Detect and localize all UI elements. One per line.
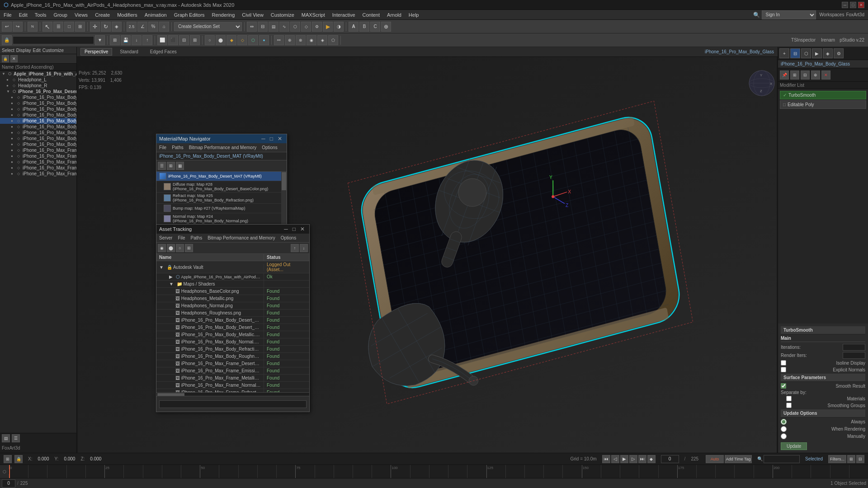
r11[interactable]: ◈ (317, 35, 327, 45)
asset-row-tex8[interactable]: 🖼 iPhone_16_Pro_Max_Body_Normal.png Foun… (156, 338, 309, 346)
asset-row-tex13[interactable]: 🖼 iPhone_16_Pro_Max_Frame_Metallic.png F… (156, 375, 309, 382)
menu-maxscript[interactable]: MAXScript (298, 10, 329, 19)
status-icon2[interactable]: 🔒 (14, 455, 23, 463)
scene-item-frame-scr[interactable]: ● ◇ iPhone_16_Pro_Max_Frame_Scr (0, 171, 76, 177)
tab-perspective[interactable]: Perspective (80, 48, 112, 56)
title-bar-right[interactable]: ─ □ ✕ (842, 2, 864, 8)
r5[interactable]: ⬡ (248, 35, 258, 45)
asset-row-tex12[interactable]: 🖼 iPhone_16_Pro_Max_Frame_Emissive.png F… (156, 367, 309, 375)
frame-counter-input[interactable] (2, 479, 15, 488)
snap-3d-button[interactable]: 2.5 (127, 22, 137, 32)
new-button[interactable]: N (28, 22, 38, 32)
update-button[interactable]: Update (781, 442, 807, 450)
r6[interactable]: ● (259, 35, 269, 45)
menu-edit[interactable]: Edit (15, 10, 31, 19)
asset-row-tex15[interactable]: 🖼 iPhone_16_Pro_Max_Frame_Refraction.png… (156, 389, 309, 392)
scene-item-body-camera[interactable]: ● ◇ iPhone_16_Pro_Max_Body_Came (0, 94, 76, 100)
modifier-editpoly[interactable]: □ Editable Poly (780, 100, 866, 109)
menu-tools[interactable]: Tools (31, 10, 50, 19)
r1[interactable]: ○ (205, 35, 215, 45)
menu-file[interactable]: File (0, 10, 15, 19)
r8[interactable]: ⊕ (285, 35, 295, 45)
maximize-button[interactable]: □ (850, 2, 856, 8)
menu-content[interactable]: Content (359, 10, 384, 19)
r12[interactable]: ⬠ (328, 35, 338, 45)
lock-icon[interactable]: 🔒 (2, 35, 12, 45)
scene-lock-button[interactable]: 🔒 (2, 55, 9, 62)
asset-tb3[interactable]: ○ (176, 244, 184, 252)
rp-tb3[interactable]: ⊕ (811, 70, 820, 80)
r4[interactable]: ◇ (237, 35, 247, 45)
menu-interactive[interactable]: Interactive (329, 10, 359, 19)
add-time-button[interactable]: Add Time Tag (725, 455, 752, 463)
smoothing-groups-checkbox[interactable] (786, 403, 792, 408)
window-crossing-button[interactable]: ⊞ (75, 22, 85, 32)
schematic-button[interactable]: ⬡ (290, 22, 300, 32)
scene-item-body-glass[interactable]: ● ◇ iPhone_16_Pro_Max_Body_Glass (0, 118, 76, 124)
menu-views[interactable]: Views (71, 10, 91, 19)
asset-search-input[interactable] (159, 400, 307, 408)
iterations-input[interactable]: 0 (843, 344, 865, 351)
viewport[interactable]: Perspective Standard Edged Faces iPhone_… (77, 47, 778, 453)
mirror-button[interactable]: ⇔ (247, 22, 257, 32)
search-input[interactable] (764, 455, 800, 463)
asset-tb5[interactable]: ↑ (291, 244, 299, 252)
layer-button[interactable]: ▤ (269, 22, 278, 32)
mat-nav-tree-view[interactable]: ⊞ (167, 162, 175, 170)
scene-toggle-button[interactable]: ☰ (12, 434, 20, 442)
asset-tb4[interactable]: ⊞ (185, 244, 193, 252)
angle-snap-button[interactable]: ∠ (137, 22, 147, 32)
asset-row-maps[interactable]: ▼ 📁 Maps / Shaders (156, 281, 309, 288)
sign-in-dropdown[interactable]: Sign In (762, 10, 816, 19)
rp-tab-create[interactable]: + (779, 48, 789, 58)
asset-row-tex5[interactable]: 🖼 iPhone_16_Pro_Max_Body_Desert_BaseColo… (156, 317, 309, 324)
status-icon1[interactable]: ⊞ (4, 455, 12, 463)
mat-item-root[interactable]: iPhone_16_Pro_Max_Body_Desert_MAT (VRayM… (156, 172, 287, 181)
scene-close-button[interactable]: ✕ (10, 55, 18, 62)
asset-row-vault[interactable]: ▼ 🔒 Autodesk Vault Logged Out (Asset... (156, 261, 309, 273)
r2[interactable]: ⬤ (216, 35, 226, 45)
always-radio[interactable] (781, 419, 787, 425)
minimize-button[interactable]: ─ (842, 2, 848, 8)
curve-editor-button[interactable]: ∿ (279, 22, 289, 32)
menu-graph-editors[interactable]: Graph Editors (170, 10, 208, 19)
view2-button[interactable]: ⬛ (168, 35, 178, 45)
menu-rendering[interactable]: Rendering (208, 10, 239, 19)
scene-item-body-uppe[interactable]: ● ◇ iPhone_16_Pro_Max_Body_Uppe (0, 141, 76, 147)
asset-close-button[interactable]: ✕ (298, 226, 307, 232)
mat-menu-paths[interactable]: Paths (169, 143, 186, 152)
rotate-button[interactable]: ↻ (101, 22, 111, 32)
layers-button[interactable]: ▤ (2, 434, 10, 442)
asset-row-tex10[interactable]: 🖼 iPhone_16_Pro_Max_Body_Roughness.png F… (156, 353, 309, 360)
turbosmooth-section-header[interactable]: TurboSmooth (781, 326, 865, 334)
r3[interactable]: ◆ (226, 35, 236, 45)
path-input[interactable]: D:\3D_MOLI_3d_AirPods (13, 36, 94, 44)
mat-nav-list-view[interactable]: ☰ (158, 162, 166, 170)
menu-civil-view[interactable]: Civil View (238, 10, 267, 19)
select-label[interactable]: Select (2, 48, 14, 53)
rp-tab-utility[interactable]: ⚙ (834, 48, 844, 58)
modifier-checkbox[interactable]: □ (783, 102, 786, 107)
manually-radio[interactable] (781, 433, 787, 439)
bold-button[interactable]: A (349, 22, 359, 32)
scene-item-body-dynamic[interactable]: ● ◇ iPhone_16_Pro_Max_Body_Dyna (0, 100, 76, 106)
render-button[interactable]: ▶ (323, 22, 333, 32)
view1-button[interactable]: ⬜ (157, 35, 167, 45)
rp-tab-motion[interactable]: ▶ (812, 48, 822, 58)
smooth-result-checkbox[interactable] (781, 383, 786, 389)
mat-item-diffuse[interactable]: Diffuse map: Map #28 (iPhone_16_Pro_Max_… (156, 181, 287, 192)
asset-tb6[interactable]: ↓ (300, 244, 308, 252)
menu-group[interactable]: Group (50, 10, 71, 19)
rect-select-button[interactable]: □ (64, 22, 74, 32)
viewport-canvas[interactable]: X Y Z (77, 57, 778, 453)
asset-tb1[interactable]: ◉ (158, 244, 166, 252)
asset-row-tex9[interactable]: 🖼 iPhone_16_Pro_Max_Body_Refraction.png … (156, 346, 309, 353)
underline-button[interactable]: C (370, 22, 380, 32)
scene-item-body-flash1[interactable]: ● ◇ iPhone_16_Pro_Max_Body_Flash (0, 106, 76, 112)
key-mode-button[interactable]: ◆ (647, 455, 656, 463)
menu-animation[interactable]: Animation (141, 10, 170, 19)
surface-params-header[interactable]: Surface Parameters (781, 374, 865, 382)
filter3-button[interactable]: ⊟ (856, 455, 864, 463)
globe-widget[interactable]: Y X Z (748, 70, 775, 97)
modifier-checkbox[interactable]: ✓ (783, 93, 787, 98)
